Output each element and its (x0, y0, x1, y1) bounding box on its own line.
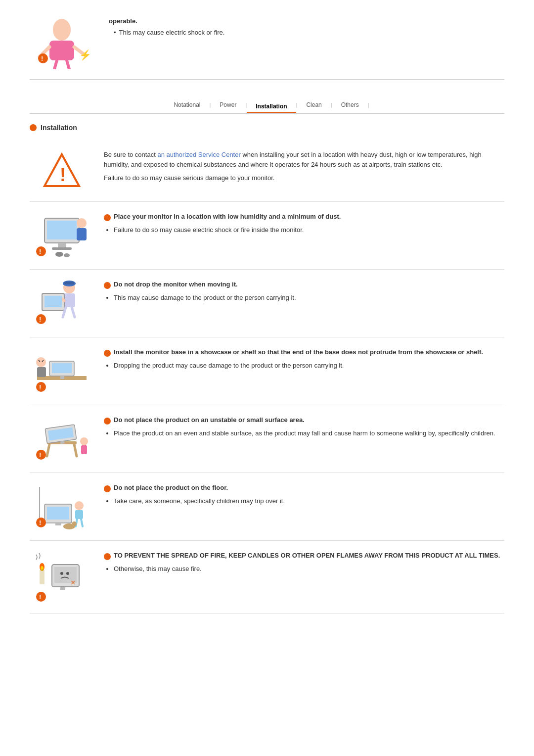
row2-svg: ! (32, 279, 91, 328)
svg-rect-59 (75, 510, 83, 519)
tab-others[interactable]: Others (332, 99, 368, 110)
svg-point-38 (36, 357, 46, 367)
first-block-text: Be sure to contact an authorized Service… (104, 148, 504, 187)
svg-point-17 (77, 218, 87, 228)
row4-heading-text: Do not place the product on an unstable … (114, 416, 305, 424)
row4-illustration: ! (30, 414, 94, 464)
svg-text:!: ! (39, 519, 41, 526)
nav-tabs: Notational | Power | Installation | Clea… (30, 99, 504, 114)
row1-heading: Place your monitor in a location with lo… (104, 213, 504, 221)
svg-rect-14 (47, 221, 77, 239)
row4-bullet-list: Place the product on an even and stable … (114, 428, 504, 438)
service-center-link[interactable]: an authorized Service Center (157, 151, 240, 158)
row4-bullet: Place the product on an even and stable … (114, 428, 504, 438)
top-illustration-svg: ⚡ ! (32, 15, 91, 69)
svg-text:⚡: ⚡ (79, 49, 91, 61)
tab-power[interactable]: Power (211, 99, 245, 110)
row2-bullet: This may cause damage to the product or … (114, 293, 504, 303)
row6-bullet-list: Otherwise, this may cause fire. (114, 564, 504, 574)
first-block-body1: Be sure to contact an authorized Service… (104, 150, 504, 169)
row3-orange-dot (104, 350, 111, 357)
svg-point-72 (60, 572, 63, 575)
row-fire: × ! TO PREVENT THE SPREAD OF FIRE, KEEP … (30, 541, 504, 614)
row4-svg: ! (32, 414, 91, 464)
row-drop: ! Do not drop the monitor when moving it… (30, 270, 504, 337)
row3-svg: ! (32, 346, 91, 396)
row1-bullet-list: Failure to do so may cause electric shoc… (114, 225, 504, 235)
row5-svg: ! (32, 482, 91, 531)
row1-svg: ! (32, 211, 91, 260)
row2-orange-dot (104, 282, 111, 289)
row5-bullet-list: Take care, as someone, specifically chil… (114, 496, 504, 506)
row-base: ! Install the monitor base in a showcase… (30, 337, 504, 405)
row4-heading: Do not place the product on an unstable … (104, 416, 504, 425)
svg-rect-1 (49, 41, 74, 60)
svg-rect-75 (60, 587, 65, 590)
tab-installation[interactable]: Installation (247, 101, 296, 113)
svg-text:!: ! (41, 55, 43, 62)
first-block-body2: Failure to do so may cause serious damag… (104, 173, 504, 183)
row6-heading-text: TO PREVENT THE SPREAD OF FIRE, KEEP CAND… (114, 552, 500, 559)
row1-illustration: ! (30, 211, 94, 260)
first-info-block: ! Be sure to contact an authorized Servi… (30, 139, 504, 202)
svg-rect-18 (77, 228, 87, 240)
nav-divider-5: | (368, 102, 369, 108)
warning-triangle-illustration: ! (30, 148, 94, 192)
top-section: ⚡ ! operable. This may cause electric sh… (30, 0, 504, 80)
installation-heading-text: Installation (41, 124, 77, 132)
svg-point-52 (80, 437, 88, 445)
svg-rect-36 (52, 363, 72, 373)
svg-rect-41 (37, 367, 46, 377)
row5-illustration: ! (30, 482, 94, 531)
svg-rect-28 (44, 296, 62, 307)
row1-text: Place your monitor in a location with lo… (104, 211, 504, 237)
warning-triangle-svg: ! (42, 150, 82, 190)
svg-rect-66 (40, 569, 44, 584)
svg-line-46 (74, 444, 77, 456)
row4-text: Do not place the product on an unstable … (104, 414, 504, 440)
row1-heading-text: Place your monitor in a location with lo… (114, 213, 341, 220)
row3-heading: Install the monitor base in a showcase o… (104, 348, 504, 357)
row4-orange-dot (104, 418, 111, 425)
svg-point-2 (55, 22, 69, 36)
row6-bullet: Otherwise, this may cause fire. (114, 564, 504, 574)
row-unstable: ! Do not place the product on an unstabl… (30, 405, 504, 473)
tab-notational[interactable]: Notational (165, 99, 209, 110)
row-floor: ! Do not place the product on the floor.… (30, 473, 504, 541)
row6-illustration: × ! (30, 550, 94, 604)
svg-line-6 (54, 60, 57, 69)
row1-orange-dot (104, 214, 111, 221)
svg-point-73 (66, 572, 69, 575)
top-bullet: This may cause electric shock or fire. (114, 29, 224, 36)
svg-point-22 (64, 253, 70, 257)
svg-line-61 (81, 519, 83, 526)
row3-bullet: Dropping the product may cause damage to… (114, 361, 504, 371)
svg-rect-25 (64, 282, 74, 284)
row3-illustration: ! (30, 346, 94, 396)
row-humidity: ! Place your monitor in a location with … (30, 202, 504, 270)
svg-rect-37 (60, 376, 64, 379)
row6-orange-dot (104, 553, 111, 560)
svg-text:!: ! (39, 248, 41, 255)
row5-heading: Do not place the product on the floor. (104, 484, 504, 492)
svg-line-7 (67, 60, 69, 69)
svg-point-63 (72, 521, 77, 526)
svg-line-31 (72, 307, 75, 317)
svg-point-21 (55, 252, 63, 257)
svg-text:!: ! (39, 593, 41, 601)
top-bold-title: operable. (109, 17, 224, 25)
row3-bullet-list: Dropping the product may cause damage to… (114, 361, 504, 371)
tab-clean[interactable]: Clean (297, 99, 330, 110)
svg-text:!: ! (39, 383, 41, 391)
orange-dot-icon (30, 124, 37, 131)
row2-text: Do not drop the monitor when moving it. … (104, 279, 504, 305)
row6-heading: TO PREVENT THE SPREAD OF FIRE, KEEP CAND… (104, 552, 504, 560)
row5-bullet: Take care, as someone, specifically chil… (114, 496, 504, 506)
row3-heading-text: Install the monitor base in a showcase o… (114, 348, 483, 356)
svg-text:×: × (71, 578, 75, 587)
row5-text: Do not place the product on the floor. T… (104, 482, 504, 508)
svg-rect-56 (47, 507, 69, 520)
row2-heading-text: Do not drop the monitor when moving it. (114, 281, 238, 288)
svg-rect-53 (81, 445, 87, 454)
svg-rect-16 (52, 247, 72, 250)
